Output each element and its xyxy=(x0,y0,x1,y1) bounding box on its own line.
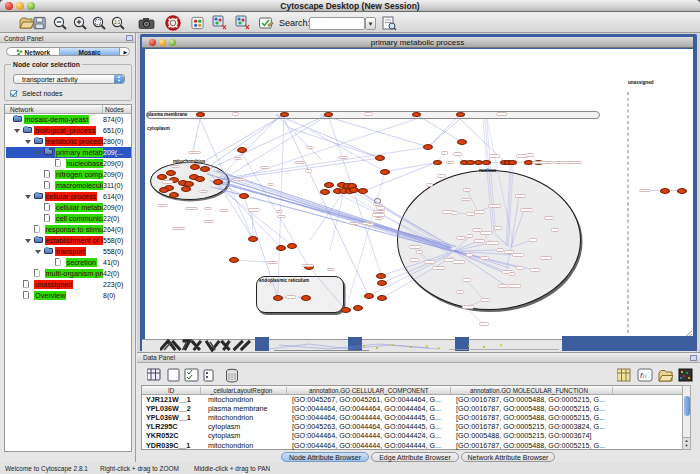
svg-text:1:1: 1:1 xyxy=(114,20,121,25)
svg-text:f₍₎: f₍₎ xyxy=(640,371,647,380)
